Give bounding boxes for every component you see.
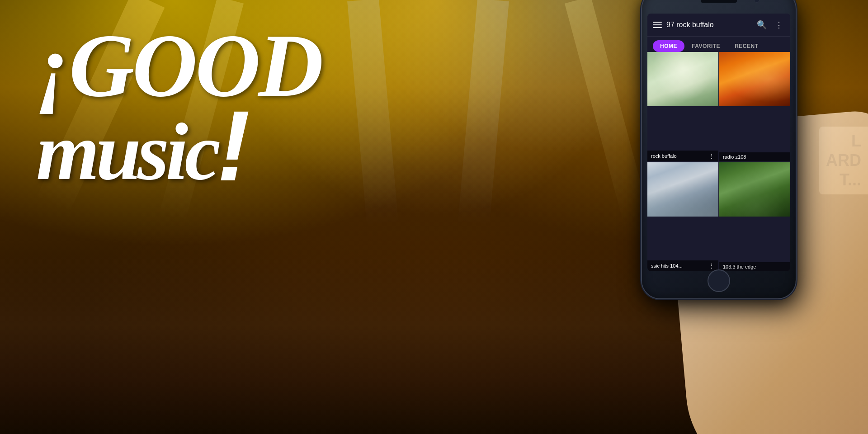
station-label-1: rock buffalo ⋮ [647, 151, 718, 161]
app-tabs: HOME FAVORITE RECENT [647, 37, 790, 52]
exclamation-prefix: ¡ [36, 27, 69, 104]
tab-recent[interactable]: RECENT [727, 40, 765, 52]
phone-screen: 97 rock buffalo 🔍 ⋮ HOME FAVORITE RECENT… [647, 14, 790, 271]
search-icon[interactable]: 🔍 [755, 18, 769, 32]
station-image-1 [647, 52, 718, 106]
phone-body: 97 rock buffalo 🔍 ⋮ HOME FAVORITE RECENT… [642, 0, 796, 298]
station-name-4: 103.3 the edge [723, 264, 756, 269]
station-more-1[interactable]: ⋮ [708, 152, 715, 160]
music-word: music [36, 115, 217, 189]
phone-mockup: 97 rock buffalo 🔍 ⋮ HOME FAVORITE RECENT… [624, 0, 814, 434]
station-card-classic-hits[interactable]: ssic hits 104... ⋮ [647, 162, 718, 272]
station-image-3 [647, 162, 718, 217]
station-image-2 [719, 52, 790, 106]
tab-home[interactable]: HOME [653, 40, 684, 52]
good-word: GOOD [69, 27, 321, 104]
station-label-4: 103.3 the edge [719, 262, 790, 271]
station-card-the-edge[interactable]: 103.3 the edge [719, 162, 790, 272]
station-card-rock-buffalo[interactable]: rock buffalo ⋮ [647, 52, 718, 161]
station-image-4 [719, 162, 790, 217]
station-label-3: ssic hits 104... ⋮ [647, 260, 718, 271]
hamburger-menu-icon[interactable] [653, 22, 662, 28]
tab-favorite[interactable]: FAVORITE [684, 40, 727, 52]
station-more-3[interactable]: ⋮ [708, 262, 715, 269]
station-name-1: rock buffalo [651, 153, 677, 159]
app-header: 97 rock buffalo 🔍 ⋮ [647, 14, 790, 37]
app-title: 97 rock buffalo [666, 21, 750, 29]
phone-home-button[interactable] [708, 269, 730, 292]
stations-grid: rock buffalo ⋮ radio z108 ssic hits 104.… [647, 52, 790, 271]
phone-speaker [701, 0, 737, 3]
station-name-2: radio z108 [723, 154, 746, 160]
station-label-2: radio z108 [719, 152, 790, 161]
hero-text: ¡ GOOD music ! [36, 27, 321, 189]
phone-camera [754, 0, 760, 3]
station-name-3: ssic hits 104... [651, 263, 683, 269]
exclamation-suffix: ! [217, 104, 250, 189]
more-options-icon[interactable]: ⋮ [773, 18, 785, 32]
station-card-radio-z108[interactable]: radio z108 [719, 52, 790, 161]
